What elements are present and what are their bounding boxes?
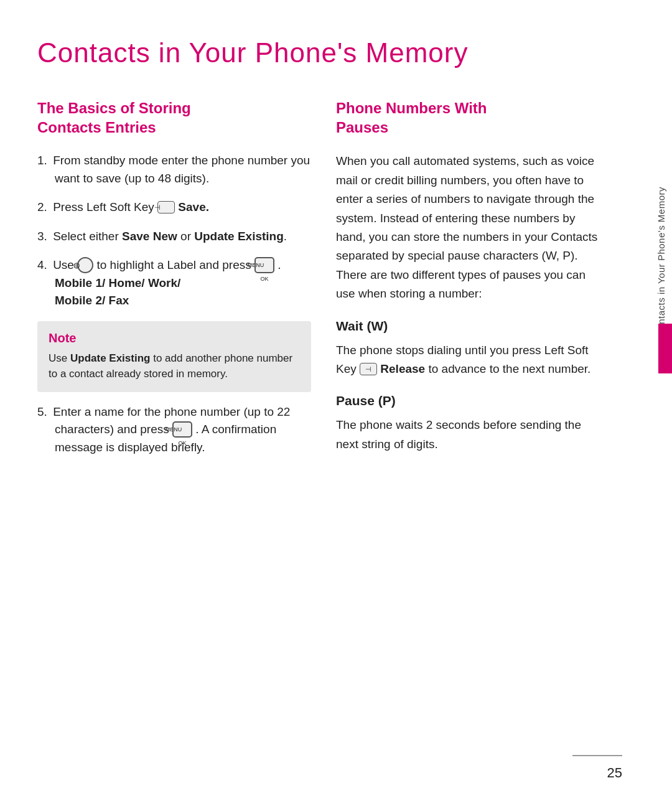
left-column: The Basics of StoringContacts Entries 1.… [37, 98, 311, 467]
step-number: 1. [37, 154, 47, 167]
note-box: Note Use Update Existing to add another … [37, 321, 311, 392]
pause-title: Pause (P) [336, 393, 604, 408]
list-item: 1. From standby mode enter the phone num… [37, 152, 311, 187]
step-number: 5. [37, 405, 47, 418]
steps-list: 1. From standby mode enter the phone num… [37, 152, 311, 310]
pause-description: The phone waits 2 seconds before sending… [336, 416, 604, 454]
page-title: Contacts in Your Phone's Memory [37, 37, 635, 68]
step-number: 4. [37, 258, 47, 271]
step-text: Enter a name for the phone number (up to… [53, 405, 290, 454]
note-title: Note [49, 331, 300, 345]
update-existing-label: Update Existing [194, 230, 284, 243]
step-number: 2. [37, 200, 47, 213]
menu-ok-icon: MENUOK [254, 257, 274, 273]
wait-title: Wait (W) [336, 319, 604, 334]
left-soft-key-icon-2: ⊣ [360, 363, 377, 375]
list-item: 4. Use ◍ to highlight a Label and press … [37, 256, 311, 310]
step-text: Press Left Soft Key ⊣ Save. [53, 200, 209, 213]
update-existing-note-label: Update Existing [70, 352, 150, 364]
left-section-title: The Basics of StoringContacts Entries [37, 98, 311, 137]
pause-section: Pause (P) The phone waits 2 seconds befo… [336, 393, 604, 454]
note-text: Use Update Existing to add another phone… [49, 350, 300, 382]
side-tab-label: Contacts in Your Phone's Memory [655, 187, 668, 337]
step-text: Select either Save New or Update Existin… [53, 230, 287, 243]
menu-ok-icon-2: MENUOK [172, 421, 192, 438]
page-container: Contacts in Your Phone's Memory The Basi… [0, 0, 672, 806]
list-item: 2. Press Left Soft Key ⊣ Save. [37, 199, 311, 217]
page-number: 25 [607, 765, 622, 781]
right-column: Phone Numbers WithPauses When you call a… [336, 98, 604, 467]
wait-description: The phone stops dialing until you press … [336, 341, 604, 379]
label-options: Mobile 1/ Home/ Work/Mobile 2/ Fax [55, 276, 180, 307]
step-number: 3. [37, 230, 47, 243]
side-tab-bar [658, 324, 672, 373]
release-label: Release [380, 362, 425, 375]
two-column-layout: The Basics of StoringContacts Entries 1.… [37, 98, 635, 467]
left-soft-key-icon: ⊣ [157, 201, 175, 213]
list-item: 5. Enter a name for the phone number (up… [37, 403, 311, 457]
step-text: From standby mode enter the phone number… [53, 154, 310, 185]
divider-line [572, 755, 622, 756]
list-item: 3. Select either Save New or Update Exis… [37, 228, 311, 246]
steps-list-continued: 5. Enter a name for the phone number (up… [37, 403, 311, 457]
step-text: Use ◍ to highlight a Label and press MEN… [53, 258, 281, 307]
nav-key-icon: ◍ [77, 257, 93, 273]
save-label: Save. [178, 200, 209, 213]
intro-paragraph: When you call automated systems, such as… [336, 152, 604, 303]
wait-section: Wait (W) The phone stops dialing until y… [336, 319, 604, 379]
right-section-title: Phone Numbers WithPauses [336, 98, 604, 137]
save-new-label: Save New [122, 230, 177, 243]
